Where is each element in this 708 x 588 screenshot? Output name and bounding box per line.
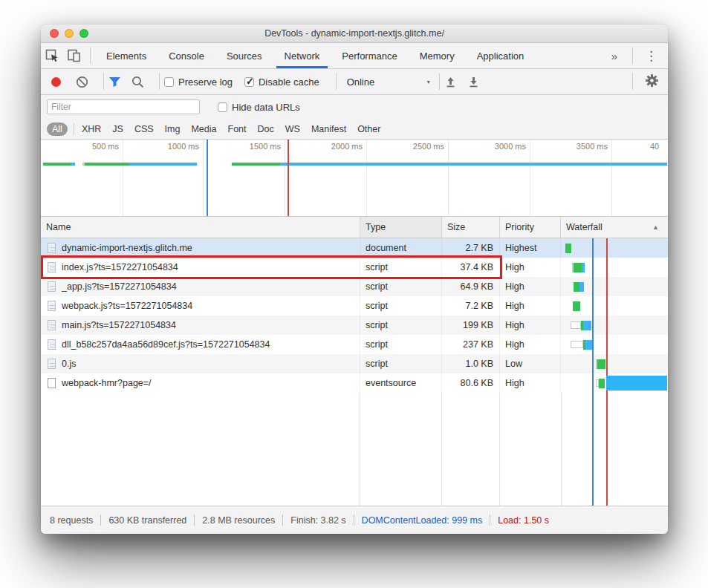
inspect-element-icon[interactable]: [41, 45, 63, 67]
type-filter-js[interactable]: JS: [112, 124, 123, 134]
timeline-tick-label: 1000 ms: [143, 142, 199, 151]
throttling-dropdown[interactable]: Online ▾: [347, 76, 430, 88]
clear-icon[interactable]: [76, 76, 88, 88]
request-row[interactable]: _app.js?ts=1572271054834script64.9 KBHig…: [41, 277, 668, 296]
request-waterfall: [561, 296, 668, 316]
disable-cache-checkbox[interactable]: ✓: [244, 77, 254, 87]
waterfall-bar: [571, 321, 581, 329]
tab-sources[interactable]: Sources: [215, 43, 273, 68]
traffic-lights: [50, 29, 88, 38]
more-tabs-icon[interactable]: »: [601, 50, 628, 62]
filter-icon[interactable]: [108, 76, 121, 88]
panel-tabs: ElementsConsoleSourcesNetworkPerformance…: [95, 43, 535, 68]
request-size: 64.9 KB: [442, 277, 500, 296]
filter-input[interactable]: [47, 99, 200, 114]
type-filter-all[interactable]: All: [47, 122, 68, 136]
request-row[interactable]: webpack.js?ts=1572271054834script7.2 KBH…: [41, 296, 668, 316]
divider: [632, 48, 633, 64]
request-row[interactable]: dynamic-import-nextjs.glitch.medocument2…: [41, 238, 668, 258]
type-filter-other[interactable]: Other: [357, 124, 380, 134]
preserve-log-toggle[interactable]: Preserve log: [164, 76, 233, 88]
type-filter-ws[interactable]: WS: [285, 124, 300, 134]
tab-elements[interactable]: Elements: [95, 43, 157, 68]
timeline-gridline: [366, 140, 367, 216]
request-name: webpack.js?ts=1572271054834: [41, 296, 360, 316]
timeline-gridline: [203, 140, 204, 216]
request-row[interactable]: index.js?ts=1572271054834script37.4 KBHi…: [41, 258, 668, 277]
tab-application[interactable]: Application: [466, 43, 536, 68]
dcl-marker-line: [207, 140, 208, 216]
waterfall-bar: [574, 282, 579, 292]
request-row[interactable]: main.js?ts=1572271054834script199 KBHigh: [41, 316, 668, 335]
request-name: dll_b58c257da4aa56d89cef.js?ts=157227105…: [41, 335, 360, 354]
request-size: 237 KB: [442, 335, 500, 354]
status-bar: 8 requests630 KB transferred2.8 MB resou…: [41, 506, 668, 534]
tab-network[interactable]: Network: [273, 43, 331, 68]
column-header-size[interactable]: Size: [442, 217, 500, 238]
hide-data-urls-label: Hide data URLs: [232, 102, 300, 113]
dcl-line: [592, 238, 594, 506]
preserve-log-checkbox[interactable]: [164, 77, 174, 87]
waterfall-bar: [606, 376, 667, 391]
type-filter-img[interactable]: Img: [165, 124, 181, 134]
close-button[interactable]: [50, 29, 59, 38]
tab-console[interactable]: Console: [157, 43, 215, 68]
request-type: document: [360, 238, 442, 258]
network-overview[interactable]: 500 ms1000 ms1500 ms2000 ms2500 ms3000 m…: [41, 140, 668, 217]
tab-performance[interactable]: Performance: [331, 43, 408, 68]
settings-gear-icon[interactable]: [645, 74, 659, 91]
request-size: 2.7 KB: [442, 238, 500, 258]
devtools-tabbar: ElementsConsoleSourcesNetworkPerformance…: [41, 43, 668, 69]
column-header-priority[interactable]: Priority: [500, 217, 561, 238]
request-row[interactable]: dll_b58c257da4aa56d89cef.js?ts=157227105…: [41, 335, 668, 354]
request-priority: High: [500, 316, 561, 335]
device-toolbar-icon[interactable]: [63, 45, 85, 67]
resource-icon: [48, 378, 56, 388]
timeline-tick-label: 3500 ms: [551, 142, 608, 151]
timeline-tick-label: 2000 ms: [306, 142, 363, 151]
column-header-name[interactable]: Name: [41, 217, 360, 238]
record-button[interactable]: [51, 77, 61, 87]
request-type: script: [360, 316, 442, 335]
request-name: index.js?ts=1572271054834: [41, 258, 360, 277]
document-icon: [48, 243, 56, 253]
waterfall-bar: [599, 379, 605, 388]
request-priority: High: [500, 335, 561, 354]
type-filter-media[interactable]: Media: [191, 124, 216, 134]
overview-waterfall-segment: [71, 163, 75, 166]
status-item: 630 KB transferred: [108, 515, 186, 526]
tab-memory[interactable]: Memory: [409, 43, 466, 68]
document-icon: [48, 359, 56, 369]
filter-row: Hide data URLs: [41, 95, 668, 119]
divider: [336, 74, 337, 90]
document-icon: [48, 281, 56, 292]
type-filter-xhr[interactable]: XHR: [82, 124, 101, 134]
main-menu-icon[interactable]: ⋮: [637, 48, 668, 64]
hide-data-urls-toggle[interactable]: Hide data URLs: [218, 102, 300, 113]
request-type: script: [360, 277, 442, 296]
hide-data-urls-checkbox[interactable]: [218, 102, 227, 112]
export-har-icon[interactable]: [467, 76, 480, 88]
request-row[interactable]: webpack-hmr?page=/eventsource80.6 KBHigh: [41, 373, 668, 393]
minimize-button[interactable]: [65, 29, 74, 38]
devtools-window: DevTools - dynamic-import-nextjs.glitch.…: [41, 24, 668, 534]
window-titlebar[interactable]: DevTools - dynamic-import-nextjs.glitch.…: [41, 24, 668, 43]
waterfall-bar: [582, 263, 585, 272]
column-header-waterfall[interactable]: Waterfall▲: [561, 217, 668, 238]
waterfall-bar: [574, 263, 582, 272]
type-filter-css[interactable]: CSS: [134, 124, 154, 134]
sort-ascending-icon[interactable]: ▲: [652, 217, 659, 238]
request-waterfall: [561, 335, 668, 354]
overview-waterfall-segment: [129, 163, 197, 166]
type-filter-manifest[interactable]: Manifest: [311, 124, 346, 134]
window-title: DevTools - dynamic-import-nextjs.glitch.…: [264, 28, 444, 39]
type-filter-doc[interactable]: Doc: [258, 124, 274, 134]
zoom-button[interactable]: [79, 29, 88, 38]
type-filter-font[interactable]: Font: [228, 124, 247, 134]
disable-cache-toggle[interactable]: ✓ Disable cache: [244, 76, 319, 88]
search-icon[interactable]: [131, 76, 144, 88]
column-header-type[interactable]: Type: [360, 217, 442, 238]
import-har-icon[interactable]: [444, 76, 457, 88]
request-row[interactable]: 0.jsscript1.0 KBLow: [41, 354, 668, 373]
request-priority: Highest: [500, 238, 561, 258]
